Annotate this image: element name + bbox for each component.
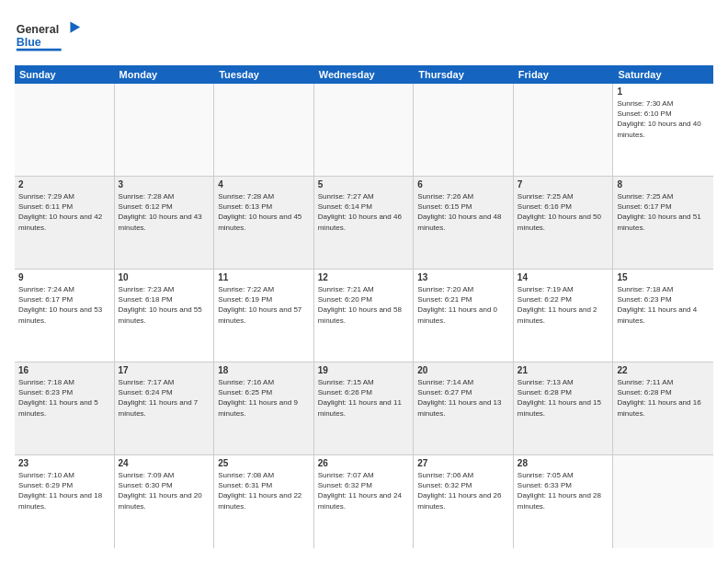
table-row: 13Sunrise: 7:20 AMSunset: 6:21 PMDayligh… bbox=[414, 270, 514, 362]
day-number: 6 bbox=[417, 179, 509, 190]
day-number: 21 bbox=[518, 365, 609, 375]
calendar-row: 23Sunrise: 7:10 AMSunset: 6:29 PMDayligh… bbox=[15, 455, 713, 548]
cell-info: Sunrise: 7:06 AMSunset: 6:32 PMDaylight:… bbox=[417, 470, 509, 511]
cell-info: Sunrise: 7:18 AMSunset: 6:23 PMDaylight:… bbox=[18, 377, 110, 419]
day-number: 20 bbox=[417, 365, 509, 375]
table-row bbox=[115, 84, 215, 176]
day-number: 18 bbox=[218, 365, 310, 375]
day-number: 22 bbox=[617, 365, 710, 375]
calendar-body: 1Sunrise: 7:30 AMSunset: 6:10 PMDaylight… bbox=[15, 84, 713, 548]
table-row: 15Sunrise: 7:18 AMSunset: 6:23 PMDayligh… bbox=[613, 270, 713, 362]
cell-info: Sunrise: 7:09 AMSunset: 6:30 PMDaylight:… bbox=[119, 470, 210, 511]
logo-svg: General Blue bbox=[15, 15, 88, 56]
table-row: 18Sunrise: 7:16 AMSunset: 6:25 PMDayligh… bbox=[214, 362, 314, 454]
cell-info: Sunrise: 7:21 AMSunset: 6:20 PMDaylight:… bbox=[318, 284, 410, 326]
cell-info: Sunrise: 7:20 AMSunset: 6:21 PMDaylight:… bbox=[417, 284, 509, 326]
cell-info: Sunrise: 7:05 AMSunset: 6:33 PMDaylight:… bbox=[518, 470, 609, 511]
cell-info: Sunrise: 7:13 AMSunset: 6:28 PMDaylight:… bbox=[518, 377, 609, 419]
table-row: 22Sunrise: 7:11 AMSunset: 6:28 PMDayligh… bbox=[613, 362, 713, 454]
day-number: 1 bbox=[617, 86, 710, 97]
calendar-row: 16Sunrise: 7:18 AMSunset: 6:23 PMDayligh… bbox=[15, 362, 713, 455]
cell-info: Sunrise: 7:28 AMSunset: 6:13 PMDaylight:… bbox=[218, 191, 310, 233]
calendar-row: 1Sunrise: 7:30 AMSunset: 6:10 PMDaylight… bbox=[15, 84, 713, 177]
cell-info: Sunrise: 7:25 AMSunset: 6:16 PMDaylight:… bbox=[518, 191, 609, 233]
cell-info: Sunrise: 7:17 AMSunset: 6:24 PMDaylight:… bbox=[119, 377, 210, 419]
table-row bbox=[414, 84, 514, 176]
table-row: 25Sunrise: 7:08 AMSunset: 6:31 PMDayligh… bbox=[214, 455, 314, 548]
cell-info: Sunrise: 7:15 AMSunset: 6:26 PMDaylight:… bbox=[318, 377, 410, 419]
cell-info: Sunrise: 7:22 AMSunset: 6:19 PMDaylight:… bbox=[218, 284, 310, 326]
table-row: 24Sunrise: 7:09 AMSunset: 6:30 PMDayligh… bbox=[115, 455, 215, 548]
table-row: 5Sunrise: 7:27 AMSunset: 6:14 PMDaylight… bbox=[314, 177, 415, 269]
cell-info: Sunrise: 7:28 AMSunset: 6:12 PMDaylight:… bbox=[119, 191, 210, 233]
cell-info: Sunrise: 7:16 AMSunset: 6:25 PMDaylight:… bbox=[218, 377, 310, 419]
svg-rect-3 bbox=[17, 49, 62, 52]
header-thursday: Thursday bbox=[414, 65, 514, 84]
cell-info: Sunrise: 7:08 AMSunset: 6:31 PMDaylight:… bbox=[218, 470, 310, 511]
cell-info: Sunrise: 7:30 AMSunset: 6:10 PMDaylight:… bbox=[617, 98, 710, 140]
table-row bbox=[514, 84, 614, 176]
cell-info: Sunrise: 7:07 AMSunset: 6:32 PMDaylight:… bbox=[318, 470, 410, 511]
table-row: 20Sunrise: 7:14 AMSunset: 6:27 PMDayligh… bbox=[414, 362, 514, 454]
svg-marker-1 bbox=[70, 21, 80, 32]
table-row: 11Sunrise: 7:22 AMSunset: 6:19 PMDayligh… bbox=[214, 270, 314, 362]
cell-info: Sunrise: 7:19 AMSunset: 6:22 PMDaylight:… bbox=[518, 284, 609, 326]
cell-info: Sunrise: 7:18 AMSunset: 6:23 PMDaylight:… bbox=[617, 284, 710, 326]
table-row: 8Sunrise: 7:25 AMSunset: 6:17 PMDaylight… bbox=[613, 177, 713, 269]
day-number: 13 bbox=[417, 272, 509, 282]
cell-info: Sunrise: 7:10 AMSunset: 6:29 PMDaylight:… bbox=[18, 470, 110, 511]
day-number: 15 bbox=[617, 272, 710, 282]
day-number: 24 bbox=[119, 458, 210, 468]
table-row: 3Sunrise: 7:28 AMSunset: 6:12 PMDaylight… bbox=[115, 177, 215, 269]
header-monday: Monday bbox=[115, 65, 215, 84]
day-number: 19 bbox=[318, 365, 410, 375]
table-row bbox=[214, 84, 314, 176]
day-number: 2 bbox=[18, 179, 110, 190]
day-number: 23 bbox=[18, 458, 110, 468]
day-number: 28 bbox=[518, 458, 609, 468]
calendar-row: 2Sunrise: 7:29 AMSunset: 6:11 PMDaylight… bbox=[15, 177, 713, 270]
table-row: 21Sunrise: 7:13 AMSunset: 6:28 PMDayligh… bbox=[514, 362, 614, 454]
day-number: 26 bbox=[318, 458, 410, 468]
day-number: 8 bbox=[617, 179, 710, 190]
table-row: 28Sunrise: 7:05 AMSunset: 6:33 PMDayligh… bbox=[514, 455, 614, 548]
table-row: 7Sunrise: 7:25 AMSunset: 6:16 PMDaylight… bbox=[514, 177, 614, 269]
calendar-row: 9Sunrise: 7:24 AMSunset: 6:17 PMDaylight… bbox=[15, 270, 713, 362]
cell-info: Sunrise: 7:29 AMSunset: 6:11 PMDaylight:… bbox=[18, 191, 110, 233]
table-row: 2Sunrise: 7:29 AMSunset: 6:11 PMDaylight… bbox=[15, 177, 115, 269]
table-row: 23Sunrise: 7:10 AMSunset: 6:29 PMDayligh… bbox=[15, 455, 115, 548]
table-row: 12Sunrise: 7:21 AMSunset: 6:20 PMDayligh… bbox=[314, 270, 415, 362]
day-number: 7 bbox=[518, 179, 609, 190]
day-number: 5 bbox=[318, 179, 410, 190]
table-row bbox=[15, 84, 115, 176]
day-number: 3 bbox=[119, 179, 210, 190]
day-number: 25 bbox=[218, 458, 310, 468]
logo: General Blue bbox=[15, 15, 88, 56]
cell-info: Sunrise: 7:26 AMSunset: 6:15 PMDaylight:… bbox=[417, 191, 509, 233]
table-row: 10Sunrise: 7:23 AMSunset: 6:18 PMDayligh… bbox=[115, 270, 215, 362]
svg-text:General: General bbox=[17, 23, 59, 36]
table-row: 4Sunrise: 7:28 AMSunset: 6:13 PMDaylight… bbox=[214, 177, 314, 269]
table-row: 14Sunrise: 7:19 AMSunset: 6:22 PMDayligh… bbox=[514, 270, 614, 362]
day-number: 17 bbox=[119, 365, 210, 375]
table-row: 16Sunrise: 7:18 AMSunset: 6:23 PMDayligh… bbox=[15, 362, 115, 454]
day-number: 10 bbox=[119, 272, 210, 282]
cell-info: Sunrise: 7:25 AMSunset: 6:17 PMDaylight:… bbox=[617, 191, 710, 233]
cell-info: Sunrise: 7:23 AMSunset: 6:18 PMDaylight:… bbox=[119, 284, 210, 326]
header-friday: Friday bbox=[514, 65, 614, 84]
table-row: 9Sunrise: 7:24 AMSunset: 6:17 PMDaylight… bbox=[15, 270, 115, 362]
day-number: 27 bbox=[417, 458, 509, 468]
table-row: 17Sunrise: 7:17 AMSunset: 6:24 PMDayligh… bbox=[115, 362, 215, 454]
table-row: 19Sunrise: 7:15 AMSunset: 6:26 PMDayligh… bbox=[314, 362, 415, 454]
calendar: Sunday Monday Tuesday Wednesday Thursday… bbox=[15, 65, 713, 548]
header-saturday: Saturday bbox=[613, 65, 713, 84]
day-number: 11 bbox=[218, 272, 310, 282]
day-number: 16 bbox=[18, 365, 110, 375]
table-row: 6Sunrise: 7:26 AMSunset: 6:15 PMDaylight… bbox=[414, 177, 514, 269]
cell-info: Sunrise: 7:14 AMSunset: 6:27 PMDaylight:… bbox=[417, 377, 509, 419]
table-row: 1Sunrise: 7:30 AMSunset: 6:10 PMDaylight… bbox=[613, 84, 713, 176]
table-row: 27Sunrise: 7:06 AMSunset: 6:32 PMDayligh… bbox=[414, 455, 514, 548]
cell-info: Sunrise: 7:24 AMSunset: 6:17 PMDaylight:… bbox=[18, 284, 110, 326]
calendar-header: Sunday Monday Tuesday Wednesday Thursday… bbox=[15, 65, 713, 84]
header-wednesday: Wednesday bbox=[314, 65, 415, 84]
